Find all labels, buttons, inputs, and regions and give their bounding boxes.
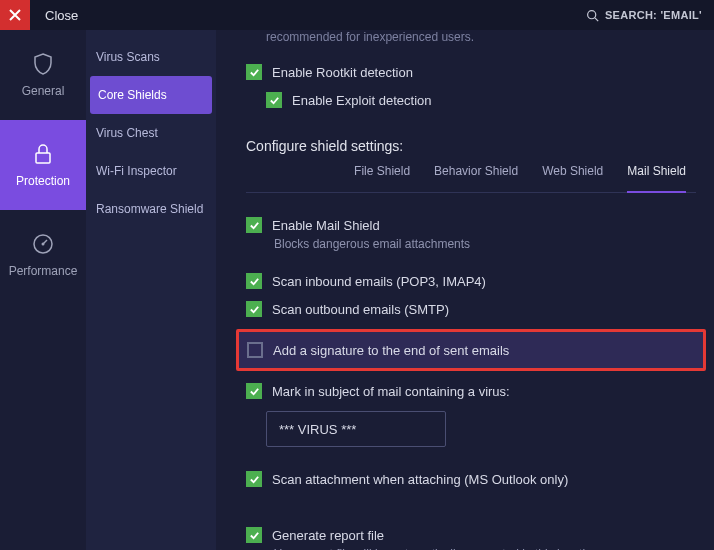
label-inbound: Scan inbound emails (POP3, IMAP4)	[272, 274, 486, 289]
check-icon	[249, 220, 260, 231]
check-icon	[249, 386, 260, 397]
search-button[interactable]: SEARCH: 'EMAIL'	[586, 9, 702, 22]
sub-nav: Virus Scans Core Shields Virus Chest Wi-…	[86, 30, 216, 550]
check-icon	[249, 67, 260, 78]
nav-protection[interactable]: Protection	[0, 120, 86, 210]
checkbox-enable-mail[interactable]	[246, 217, 262, 233]
svg-rect-1	[36, 153, 50, 163]
label-attachment: Scan attachment when attaching (MS Outlo…	[272, 472, 568, 487]
nav-label: General	[22, 84, 65, 98]
close-x-button[interactable]	[0, 0, 30, 30]
tab-file-shield[interactable]: File Shield	[354, 164, 410, 184]
titlebar: Close SEARCH: 'EMAIL'	[0, 0, 714, 30]
section-configure: Configure shield settings:	[246, 138, 696, 154]
checkbox-exploit[interactable]	[266, 92, 282, 108]
content-area: recommended for inexperienced users. Ena…	[216, 30, 714, 550]
tab-behavior-shield[interactable]: Behavior Shield	[434, 164, 518, 184]
checkbox-inbound[interactable]	[246, 273, 262, 289]
check-icon	[249, 276, 260, 287]
label-report: Generate report file	[272, 528, 384, 543]
subnav-virus-chest[interactable]: Virus Chest	[86, 114, 216, 152]
check-icon	[269, 95, 280, 106]
check-icon	[249, 304, 260, 315]
subnav-wifi-inspector[interactable]: Wi-Fi Inspector	[86, 152, 216, 190]
hint-text: recommended for inexperienced users.	[266, 30, 696, 44]
label-outbound: Scan outbound emails (SMTP)	[272, 302, 449, 317]
input-virus-text[interactable]	[266, 411, 446, 447]
checkbox-rootkit[interactable]	[246, 64, 262, 80]
label-enable-mail: Enable Mail Shield	[272, 218, 380, 233]
close-label[interactable]: Close	[45, 8, 78, 23]
gauge-icon	[31, 232, 55, 256]
lock-icon	[31, 142, 55, 166]
tab-mail-shield[interactable]: Mail Shield	[627, 164, 686, 193]
check-icon	[249, 530, 260, 541]
nav-label: Performance	[9, 264, 78, 278]
subnav-core-shields[interactable]: Core Shields	[90, 76, 212, 114]
close-icon	[9, 9, 21, 21]
label-signature: Add a signature to the end of sent email…	[273, 343, 509, 358]
shield-icon	[31, 52, 55, 76]
label-exploit: Enable Exploit detection	[292, 93, 431, 108]
subnav-virus-scans[interactable]: Virus Scans	[86, 38, 216, 76]
label-rootkit: Enable Rootkit detection	[272, 65, 413, 80]
sub-enable-mail: Blocks dangerous email attachments	[274, 237, 696, 251]
left-nav: General Protection Performance	[0, 30, 86, 550]
checkbox-attachment[interactable]	[246, 471, 262, 487]
shield-tabs: File Shield Behavior Shield Web Shield M…	[246, 164, 696, 193]
nav-label: Protection	[16, 174, 70, 188]
check-icon	[249, 474, 260, 485]
subnav-ransomware-shield[interactable]: Ransomware Shield	[86, 190, 216, 228]
svg-point-3	[42, 243, 45, 246]
checkbox-signature[interactable]	[247, 342, 263, 358]
highlight-signature: Add a signature to the end of sent email…	[236, 329, 706, 371]
label-mark-subject: Mark in subject of mail containing a vir…	[272, 384, 510, 399]
checkbox-outbound[interactable]	[246, 301, 262, 317]
checkbox-report[interactable]	[246, 527, 262, 543]
nav-performance[interactable]: Performance	[0, 210, 86, 300]
checkbox-mark-subject[interactable]	[246, 383, 262, 399]
nav-general[interactable]: General	[0, 30, 86, 120]
search-icon	[586, 9, 599, 22]
svg-point-0	[588, 10, 596, 18]
tab-web-shield[interactable]: Web Shield	[542, 164, 603, 184]
search-label: SEARCH: 'EMAIL'	[605, 9, 702, 21]
